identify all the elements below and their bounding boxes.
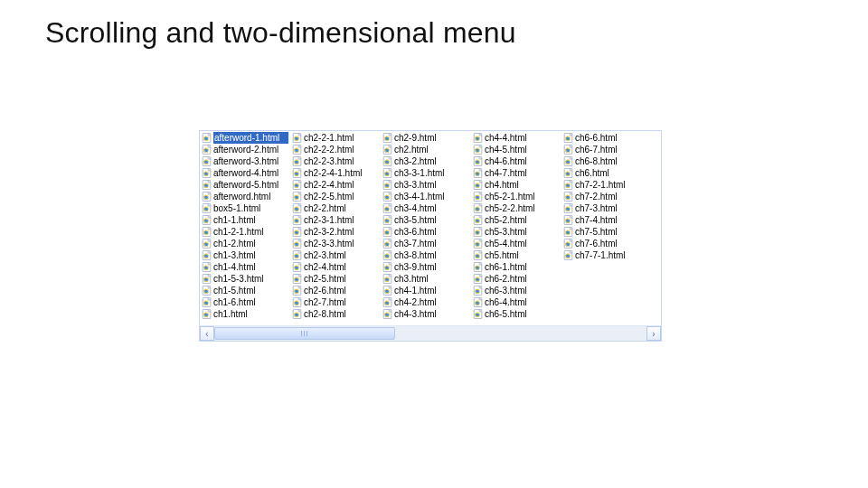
file-item[interactable]: ch5-2-1.html [471, 191, 561, 202]
file-item[interactable]: ch7-5.html [561, 226, 652, 238]
file-item[interactable]: ch6-3.html [471, 285, 561, 296]
file-item[interactable]: ch2-3-2.html [290, 226, 381, 238]
ie-file-icon [202, 203, 212, 213]
file-item[interactable]: ch7-2-1.html [561, 179, 652, 191]
file-item[interactable]: ch7-2.html [561, 191, 652, 202]
file-label: ch2-2.html [304, 202, 379, 214]
file-item[interactable]: ch2-2-4.html [290, 179, 381, 191]
file-item[interactable]: ch3-2.html [381, 155, 471, 167]
ie-file-icon [473, 227, 483, 237]
file-item[interactable]: ch3-3-1.html [381, 167, 471, 179]
file-item[interactable]: ch3.html [381, 273, 471, 285]
file-item[interactable]: ch4-4.html [471, 132, 561, 144]
file-item[interactable]: afterword.html [200, 191, 290, 202]
file-item[interactable]: afterword-1.html [200, 132, 290, 144]
file-item[interactable]: ch2-2-1.html [290, 132, 381, 144]
file-item[interactable]: ch5-3.html [471, 226, 561, 238]
ie-file-icon [292, 274, 302, 284]
file-label: ch3-4.html [394, 202, 469, 214]
file-item[interactable]: ch7-4.html [561, 214, 652, 226]
file-item[interactable]: afterword-5.html [200, 179, 290, 191]
ie-file-icon [563, 227, 573, 237]
file-item[interactable]: ch7-6.html [561, 238, 652, 249]
file-label: ch6-7.html [575, 144, 650, 155]
file-item[interactable]: ch3-6.html [381, 226, 471, 238]
file-item[interactable]: ch1-5-3.html [200, 273, 290, 285]
file-item[interactable]: ch3-4-1.html [381, 191, 471, 202]
file-item[interactable]: ch2-6.html [290, 285, 381, 296]
file-item[interactable]: ch2-8.html [290, 308, 381, 320]
file-item[interactable]: ch5-2.html [471, 214, 561, 226]
file-item[interactable]: ch2-2-2.html [290, 144, 381, 155]
file-label: ch7-2.html [575, 191, 650, 202]
file-item[interactable]: ch4-2.html [381, 296, 471, 308]
file-item[interactable]: ch4-3.html [381, 308, 471, 320]
file-item[interactable]: box5-1.html [200, 202, 290, 214]
file-item[interactable]: ch2-2-5.html [290, 191, 381, 202]
ie-file-icon [473, 286, 483, 296]
file-item[interactable]: ch2-3-3.html [290, 238, 381, 249]
ie-file-icon [382, 286, 392, 296]
scroll-right-button[interactable]: › [646, 326, 661, 341]
file-item[interactable]: ch7-7-1.html [561, 249, 652, 261]
file-item[interactable]: afterword-2.html [200, 144, 290, 155]
file-item[interactable]: ch3-4.html [381, 202, 471, 214]
file-item[interactable]: ch6-5.html [471, 308, 561, 320]
file-item[interactable]: ch1-5.html [200, 285, 290, 296]
file-item[interactable]: ch6-2.html [471, 273, 561, 285]
file-item[interactable]: ch4-6.html [471, 155, 561, 167]
file-item[interactable]: afterword-4.html [200, 167, 290, 179]
file-item[interactable]: ch2-7.html [290, 296, 381, 308]
ie-file-icon [382, 203, 392, 213]
ie-file-icon [382, 168, 392, 178]
ie-file-icon [473, 297, 483, 307]
file-item[interactable]: ch3-9.html [381, 261, 471, 273]
file-item[interactable]: ch5-4.html [471, 238, 561, 249]
file-item[interactable]: ch2-5.html [290, 273, 381, 285]
scroll-track[interactable] [214, 326, 646, 341]
file-item[interactable]: ch4-5.html [471, 144, 561, 155]
file-item[interactable]: ch5.html [471, 249, 561, 261]
file-item[interactable]: ch2-2-3.html [290, 155, 381, 167]
file-item[interactable]: ch1-3.html [200, 249, 290, 261]
file-item[interactable]: ch2-4.html [290, 261, 381, 273]
file-columns[interactable]: afterword-1.htmlafterword-2.htmlafterwor… [200, 131, 661, 326]
file-item[interactable]: ch1-6.html [200, 296, 290, 308]
ie-file-icon [473, 262, 483, 272]
file-column: ch2-2-1.htmlch2-2-2.htmlch2-2-3.htmlch2-… [290, 132, 381, 320]
file-item[interactable]: ch3-3.html [381, 179, 471, 191]
file-item[interactable]: ch3-5.html [381, 214, 471, 226]
file-item[interactable]: ch5-2-2.html [471, 202, 561, 214]
file-item[interactable]: ch6-6.html [561, 132, 652, 144]
file-item[interactable]: ch2-2-4-1.html [290, 167, 381, 179]
file-item[interactable]: ch1.html [200, 308, 290, 320]
file-item[interactable]: ch6-7.html [561, 144, 652, 155]
horizontal-scrollbar[interactable]: ‹ › [200, 325, 661, 341]
file-item[interactable]: ch1-2.html [200, 238, 290, 249]
file-item[interactable]: ch6.html [561, 167, 652, 179]
file-label: ch6-5.html [485, 308, 560, 320]
scroll-thumb[interactable] [214, 327, 395, 340]
file-item[interactable]: ch1-4.html [200, 261, 290, 273]
file-explorer-list[interactable]: afterword-1.htmlafterword-2.htmlafterwor… [199, 130, 662, 342]
ie-file-icon [563, 215, 573, 225]
scroll-left-button[interactable]: ‹ [200, 326, 214, 341]
file-item[interactable]: ch4-7.html [471, 167, 561, 179]
file-item[interactable]: ch2-2.html [290, 202, 381, 214]
file-item[interactable]: ch1-1.html [200, 214, 290, 226]
file-item[interactable]: afterword-3.html [200, 155, 290, 167]
file-item[interactable]: ch4-1.html [381, 285, 471, 296]
file-item[interactable]: ch4.html [471, 179, 561, 191]
file-item[interactable]: ch2.html [381, 144, 471, 155]
file-item[interactable]: ch6-8.html [561, 155, 652, 167]
ie-file-icon [473, 133, 483, 143]
file-item[interactable]: ch2-3.html [290, 249, 381, 261]
file-item[interactable]: ch3-7.html [381, 238, 471, 249]
file-item[interactable]: ch7-3.html [561, 202, 652, 214]
file-item[interactable]: ch2-9.html [381, 132, 471, 144]
file-item[interactable]: ch2-3-1.html [290, 214, 381, 226]
file-item[interactable]: ch3-8.html [381, 249, 471, 261]
file-item[interactable]: ch6-1.html [471, 261, 561, 273]
file-item[interactable]: ch6-4.html [471, 296, 561, 308]
file-item[interactable]: ch1-2-1.html [200, 226, 290, 238]
